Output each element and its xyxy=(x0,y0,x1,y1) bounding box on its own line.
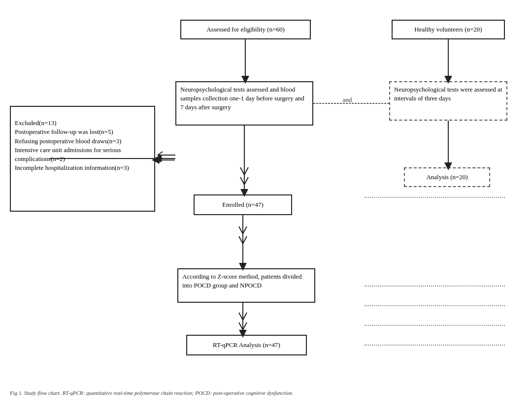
enrolled-box: Enrolled (n=47) xyxy=(194,194,292,215)
dotted-line-1 xyxy=(365,197,505,198)
svg-line-21 xyxy=(243,313,247,320)
svg-line-12 xyxy=(158,155,163,159)
svg-line-4 xyxy=(240,167,244,175)
svg-line-11 xyxy=(158,152,163,155)
dotted-line-4 xyxy=(365,325,505,326)
svg-line-7 xyxy=(244,177,248,185)
dotted-line-3 xyxy=(365,305,505,306)
neuro-healthy-label: Neuropsychological tests were assessed a… xyxy=(394,86,502,102)
svg-line-5 xyxy=(244,167,248,175)
neuro-main-box: Neuropsychological tests assessed and bl… xyxy=(175,81,313,126)
excluded-box: Excluded(n=13) Postoperative follow-up w… xyxy=(10,106,155,212)
rtqpcr-label: RT-qPCR Analysis (n=47) xyxy=(213,341,280,350)
caption: Fig 1. Study flow chart. RT-qPCR: quanti… xyxy=(10,389,453,397)
healthy-box: Healthy volunteers (n=20) xyxy=(392,20,505,39)
rtqpcr-box: RT-qPCR Analysis (n=47) xyxy=(186,335,307,355)
eligibility-label: Assessed for eligibility (n=60) xyxy=(206,25,285,34)
svg-line-20 xyxy=(239,313,243,320)
dotted-line-5 xyxy=(365,345,505,346)
healthy-label: Healthy volunteers (n=20) xyxy=(414,25,482,34)
excluded-label: Excluded(n=13) Postoperative follow-up w… xyxy=(15,119,129,171)
analysis-healthy-label: Analysis (n=20) xyxy=(426,173,467,182)
svg-line-17 xyxy=(239,236,243,244)
dotted-line-2 xyxy=(365,286,505,287)
svg-line-15 xyxy=(239,226,243,234)
svg-text:and: and xyxy=(343,96,352,103)
analysis-healthy-box: Analysis (n=20) xyxy=(404,167,490,187)
svg-line-18 xyxy=(243,236,247,244)
caption-text: Fig 1. Study flow chart. RT-qPCR: quanti… xyxy=(10,390,293,396)
neuro-main-label: Neuropsychological tests assessed and bl… xyxy=(180,86,304,111)
svg-line-6 xyxy=(240,177,244,185)
enrolled-label: Enrolled (n=47) xyxy=(222,200,264,209)
zscore-label: According to Z-score method, patients di… xyxy=(182,273,302,289)
svg-line-22 xyxy=(239,322,243,330)
eligibility-box: Assessed for eligibility (n=60) xyxy=(180,20,311,39)
svg-line-23 xyxy=(243,322,247,330)
zscore-box: According to Z-score method, patients di… xyxy=(177,268,315,303)
diagram-container: Assessed for eligibility (n=60) Healthy … xyxy=(0,0,532,414)
svg-line-16 xyxy=(243,226,247,234)
neuro-healthy-box: Neuropsychological tests were assessed a… xyxy=(389,81,507,121)
